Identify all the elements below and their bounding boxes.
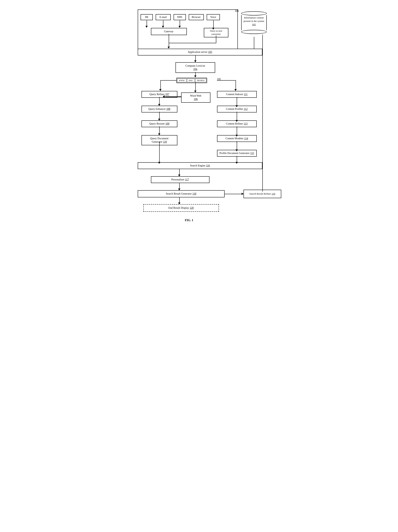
pdg-to-se-line — [237, 156, 237, 163]
per-to-srg-line — [179, 183, 180, 189]
voice-box: Voice — [207, 14, 220, 20]
lexicon-to-tabs-arrowhead — [194, 76, 196, 77]
right-long-line — [262, 35, 263, 191]
personalizer-box: Personalizer 117 — [151, 176, 209, 183]
qdg-to-se-line — [159, 142, 160, 163]
sms-box: SMS — [174, 14, 186, 20]
cr-to-cm-arrowhead — [235, 135, 238, 137]
email-box: E-mail — [156, 14, 171, 20]
app-server-box: Application server 103 — [138, 49, 262, 56]
srg-to-erd-line — [179, 197, 180, 203]
tabs-container: WWW DOC PEOPLE — [176, 78, 207, 83]
tabs-to-qr-hline — [160, 80, 177, 81]
cm-to-pdg-arrowhead — [235, 149, 238, 151]
qe-to-qb-line — [159, 112, 160, 119]
query-booster-box: Query Booster 109 — [142, 120, 177, 127]
voice-to-converter-arrowhead — [212, 28, 214, 30]
cylinder-bottom-ellipse — [241, 30, 267, 34]
tabs-to-ww-line — [195, 82, 196, 91]
cylinder-body: Information content present in the syste… — [241, 15, 267, 30]
srg-to-srr-arrowhead — [241, 193, 243, 195]
people-tab: PEOPLE — [195, 78, 206, 82]
word-web-box: Word Web 106 — [181, 92, 210, 103]
content-indexer-box: Content Indexer 111 — [217, 91, 257, 98]
end-result-box: End Result Display 120 — [143, 204, 219, 212]
system-101-ref: 101 — [235, 9, 239, 12]
cp-to-cr-line — [237, 112, 237, 120]
srg-to-srr-line — [225, 194, 243, 194]
sms-arrow-line — [180, 20, 180, 26]
im-arrowhead — [145, 26, 148, 28]
im-arrow-line — [147, 20, 147, 26]
tabs-to-qr-vline — [160, 80, 161, 90]
converter-horizontal-line — [169, 43, 216, 43]
cr-to-cm-line — [237, 127, 237, 135]
tabs-to-ci-arrowhead — [235, 89, 237, 91]
figure-caption: FIG. 1 — [185, 219, 193, 222]
page: 101 IM E-mail SMS Browser Voice — [128, 4, 270, 209]
company-lexicon-box: Company Lexicon 104 — [176, 62, 215, 73]
query-enhancer-box: Query Enhancer 108 — [142, 106, 177, 113]
qb-to-qdg-line — [159, 127, 160, 134]
to-appserver-arrowhead — [168, 47, 170, 49]
www-tab: WWW — [177, 78, 186, 82]
tabs-to-ci-vline — [235, 80, 236, 90]
converter-down-line — [216, 36, 216, 43]
browser-box: Browser — [189, 14, 204, 20]
ci-to-cp-arrowhead — [235, 105, 238, 107]
ww-left-arrowhead — [163, 95, 165, 98]
doc-tab: DOC — [187, 78, 195, 82]
im-box: IM — [141, 14, 153, 20]
info-content-container: Information content present in the syste… — [241, 11, 267, 34]
info-to-appserver-line — [254, 37, 254, 51]
email-arrow-line — [163, 20, 163, 26]
sms-arrowhead — [178, 26, 181, 28]
search-result-gen-box: Search Result Generator 118 — [138, 190, 225, 197]
email-arrowhead — [162, 26, 164, 28]
gateway-down-line — [169, 34, 169, 47]
qr-to-qe-line — [159, 97, 160, 105]
voice-to-converter-line — [213, 20, 214, 28]
pdg-to-se-arrowhead — [235, 162, 238, 164]
tabs-to-qr-arrowhead — [159, 89, 162, 91]
search-engine-box: Search Engine 116 — [138, 162, 262, 169]
cm-to-pdg-line — [237, 141, 237, 150]
cp-to-cr-arrowhead — [235, 120, 238, 122]
ci-to-cp-line — [237, 97, 237, 106]
ww-to-qe-hline — [165, 97, 182, 97]
ww-left-connector — [165, 96, 182, 97]
cylinder-top-ellipse — [241, 11, 267, 15]
se-to-per-line — [179, 169, 180, 175]
tabs-to-ww-arrowhead — [194, 91, 196, 92]
appserver-to-lexicon-arrowhead — [194, 60, 196, 62]
qdg-to-se-arrowhead — [158, 162, 160, 164]
tabs-to-ci-hline — [217, 80, 236, 81]
diagram: 101 IM E-mail SMS Browser Voice — [132, 7, 266, 206]
